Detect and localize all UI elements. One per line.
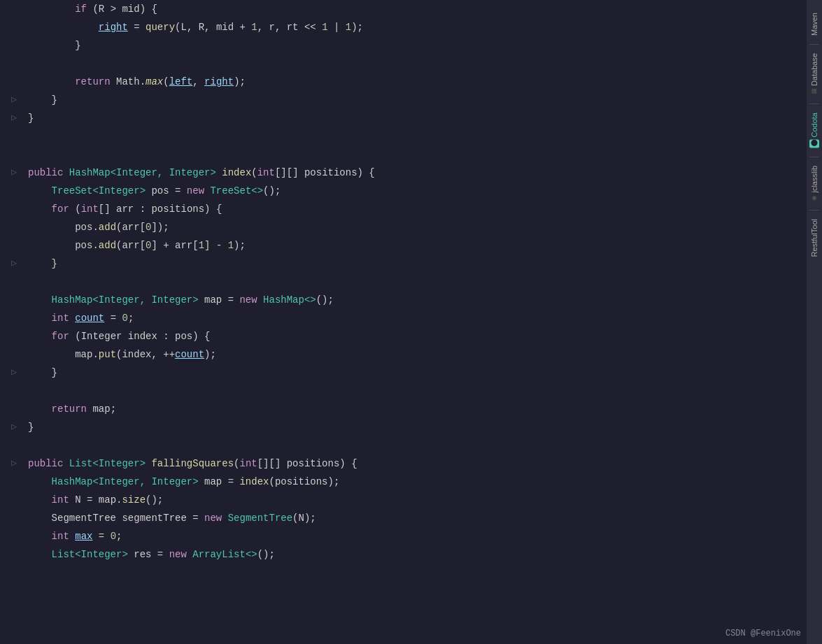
code-line [28, 145, 807, 164]
code-line [28, 127, 807, 145]
code-line: } [28, 36, 807, 55]
code-line: } [28, 364, 807, 382]
code-line: int max = 0; [28, 527, 807, 545]
divider [809, 44, 819, 45]
code-line: TreeSet<Integer> pos = new TreeSet<>(); [28, 182, 807, 200]
divider [809, 210, 819, 210]
divider [809, 157, 819, 157]
code-line: int count = 0; [28, 309, 807, 327]
code-line [28, 382, 807, 400]
code-line: map.put(index, ++count); [28, 345, 807, 364]
code-line [28, 55, 807, 73]
code-line: int N = map.size(); [28, 491, 807, 509]
code-editor[interactable]: if (R > mid) { right = query(L, R, mid +… [21, 0, 807, 644]
code-line: for (int[] arr : positions) { [28, 200, 807, 218]
code-line: List<Integer> res = new ArrayList<>(); [28, 545, 807, 564]
divider [809, 103, 819, 104]
code-line: return Math.max(left, right); [28, 73, 807, 91]
code-line: for (Integer index : pos) { [28, 327, 807, 345]
code-line [28, 273, 807, 291]
sidebar-tab-jclasslib[interactable]: ◉ jclasslib [808, 160, 821, 208]
line-numbers: ▷ ▷ ▷ ▷ ▷ ▷ ▷ [0, 0, 21, 644]
count-variable: count [75, 309, 104, 327]
code-line: HashMap<Integer, Integer> map = index(po… [28, 473, 807, 491]
code-line: return map; [28, 400, 807, 418]
code-line: SegmentTree segmentTree = new SegmentTre… [28, 509, 807, 527]
code-line: public HashMap<Integer, Integer> index(i… [28, 164, 807, 182]
code-line: pos.add(arr[0]); [28, 218, 807, 236]
code-line: if (R > mid) { [28, 0, 807, 18]
sidebar-tab-restfultool[interactable]: RestfulTool [808, 213, 821, 262]
code-line: right = query(L, R, mid + 1, r, rt << 1 … [28, 18, 807, 36]
code-line: public List<Integer> fallingSquares(int[… [28, 455, 807, 473]
code-line: } [28, 255, 807, 273]
sidebar-tab-codota[interactable]: ⬤ Codota [807, 107, 821, 153]
code-line [28, 436, 807, 455]
code-line: HashMap<Integer, Integer> map = new Hash… [28, 291, 807, 309]
code-line: pos.add(arr[0] + arr[1] - 1); [28, 236, 807, 255]
code-line: } [28, 91, 807, 109]
code-line: } [28, 418, 807, 436]
sidebar-tab-database[interactable]: ▦ Database [808, 48, 821, 101]
sidebar-tab-maven[interactable]: Maven [808, 7, 821, 41]
sidebar-right: Maven ▦ Database ⬤ Codota ◉ jclasslib Re… [807, 0, 822, 644]
footer-credit: CSDN @FeenixOne [725, 629, 801, 638]
code-line: } [28, 109, 807, 127]
